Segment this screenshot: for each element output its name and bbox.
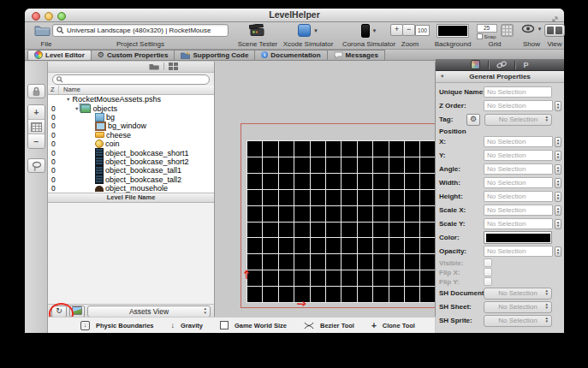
visible-checkbox[interactable] xyxy=(484,258,492,267)
scale-x-stepper[interactable]: ▲▼ xyxy=(555,205,561,216)
xcode-simulator-button[interactable]: ▼ xyxy=(280,24,336,37)
tree-row-objects[interactable]: 0▼objects xyxy=(48,104,214,112)
tree-row-cheese[interactable]: 0cheese xyxy=(48,131,214,139)
y-field[interactable]: No Selection xyxy=(484,150,553,161)
tab-supporting-code[interactable]: Supporting Code xyxy=(174,50,255,61)
unique-name-field[interactable]: No Selection xyxy=(484,86,552,98)
disclosure-triangle-icon[interactable]: ▼ xyxy=(440,71,444,82)
tag-popup[interactable]: No Selection▲▼ xyxy=(484,114,552,126)
down-arrow-icon: ↓ xyxy=(171,322,175,329)
level-canvas[interactable] xyxy=(215,62,436,317)
angle-stepper[interactable]: ▲▼ xyxy=(555,164,561,175)
search-field[interactable] xyxy=(52,74,210,85)
lock-button[interactable] xyxy=(27,84,45,98)
assets-view-popup[interactable]: Assets View ▲▼ xyxy=(87,306,211,317)
asset-name: object_bookcase_short1 xyxy=(105,149,189,157)
physic-boundaries-button[interactable]: ↓Physic Boundaries xyxy=(80,321,154,330)
x-stepper[interactable]: ▲▼ xyxy=(555,137,561,147)
bezier-tool-button[interactable]: Bezier Tool xyxy=(304,322,354,329)
tab-messages[interactable]: Messages xyxy=(327,50,385,61)
close-button[interactable] xyxy=(32,12,40,21)
tree-row-object_bookcase_short2[interactable]: 0object_bookcase_short2 xyxy=(48,157,214,166)
property-row-sh-document: SH Document:No Selection▲▼ xyxy=(439,288,561,299)
column-header-z[interactable]: Z xyxy=(48,86,59,94)
disclosure-triangle-icon[interactable]: ▼ xyxy=(66,97,70,102)
snap-checkbox[interactable] xyxy=(477,33,483,39)
background-color-well[interactable] xyxy=(437,24,469,38)
joint-icon[interactable] xyxy=(496,61,507,68)
width-stepper[interactable]: ▲▼ xyxy=(555,178,561,188)
remove-button[interactable]: − xyxy=(28,134,45,148)
grid-icon[interactable] xyxy=(501,24,514,37)
tree-row-object_bookcase_short1[interactable]: 0object_bookcase_short1 xyxy=(48,148,214,157)
tree-row-coin[interactable]: 0coin xyxy=(48,139,214,148)
search-input[interactable] xyxy=(65,75,205,83)
x-field[interactable]: No Selection xyxy=(484,136,553,147)
title-bar[interactable]: LevelHelper xyxy=(25,9,564,22)
tree-row-object_mousehole[interactable]: 0object_mousehole xyxy=(48,184,214,193)
show-button[interactable]: ▼ xyxy=(520,24,543,33)
width-field[interactable]: No Selection xyxy=(484,177,553,188)
tab-documentation[interactable]: iDocumentation xyxy=(254,50,327,61)
physics-flag-icon[interactable]: P xyxy=(523,61,528,69)
layout-button[interactable] xyxy=(28,120,45,134)
level-file-list[interactable] xyxy=(48,203,214,304)
flip-y-checkbox[interactable] xyxy=(484,277,492,286)
level-grid[interactable] xyxy=(246,140,436,303)
angle-field[interactable]: No Selection xyxy=(484,163,553,175)
lasso-button[interactable] xyxy=(27,158,45,173)
height-field[interactable]: No Selection xyxy=(484,191,553,202)
level-file-name-header: Level File Name xyxy=(48,193,214,203)
zoom-in-button[interactable]: + xyxy=(390,24,403,36)
tab-level-editor[interactable]: Level Editor xyxy=(27,50,92,61)
scale-x-field[interactable]: No Selection xyxy=(484,205,553,216)
folder-icon xyxy=(34,24,50,36)
scale-y-stepper[interactable]: ▲▼ xyxy=(555,219,561,229)
disclosure-triangle-icon[interactable]: ▼ xyxy=(74,106,79,111)
add-button[interactable]: + xyxy=(28,105,45,120)
column-header-name[interactable]: Name xyxy=(59,86,80,94)
view-segmented-control[interactable] xyxy=(544,24,565,37)
window-icon xyxy=(95,122,108,131)
tree-row-bg_window[interactable]: 0bg_window xyxy=(48,122,214,130)
minimize-button[interactable] xyxy=(45,12,53,21)
sh-sheet-popup[interactable]: No Selection▲▼ xyxy=(484,301,552,313)
height-stepper[interactable]: ▲▼ xyxy=(555,192,561,202)
opacity-stepper[interactable]: ▲▼ xyxy=(555,246,561,257)
tab-custom-properties[interactable]: ⚙Custom Properties xyxy=(91,50,175,61)
flip-x-checkbox[interactable] xyxy=(484,268,492,276)
z-order-stepper[interactable]: ▲▼ xyxy=(555,101,561,111)
bottom-toolbar: ↓Physic Boundaries↓GravityGame World Siz… xyxy=(48,317,435,333)
color-color-well[interactable] xyxy=(484,231,552,244)
traffic-lights xyxy=(32,12,66,21)
chevron-down-icon: ▼ xyxy=(372,28,377,33)
clone-tool-button[interactable]: +Clone Tool xyxy=(371,322,415,329)
z-order-cell: 0 xyxy=(48,166,59,175)
sprite-icon[interactable] xyxy=(471,60,480,69)
scene-tester-label: Scene Tester xyxy=(235,40,280,48)
scene-tester-button[interactable] xyxy=(235,24,280,37)
zoom-out-button[interactable]: − xyxy=(402,24,415,36)
tag-gear-button[interactable]: ⚙ xyxy=(466,114,480,126)
opacity-field[interactable]: No Selection xyxy=(484,246,553,257)
scale-y-field[interactable]: No Selection xyxy=(484,218,553,229)
gravity-button[interactable]: ↓Gravity xyxy=(171,322,203,329)
zoom-value[interactable]: 100 xyxy=(415,25,430,36)
tree-row-object_bookcase_tall2[interactable]: 0object_bookcase_tall2 xyxy=(48,175,214,184)
zoom-window-button[interactable] xyxy=(57,12,66,21)
folder-view-button[interactable] xyxy=(149,62,159,70)
sh-sprite-popup[interactable]: No Selection▲▼ xyxy=(484,315,552,327)
tree-row-RocketMouseAssets.pshs[interactable]: ▼RocketMouseAssets.pshs xyxy=(48,95,214,104)
bezier-icon xyxy=(304,322,314,329)
tree-row-object_bookcase_tall1[interactable]: 0object_bookcase_tall1 xyxy=(48,166,214,175)
z-order-field[interactable]: No Selection xyxy=(484,100,553,111)
tree-row-bg[interactable]: 0bg xyxy=(48,113,214,122)
divider xyxy=(163,62,164,70)
project-settings-field[interactable]: Universal Landscape (480x320) | RocketMo… xyxy=(52,24,229,37)
y-stepper[interactable]: ▲▼ xyxy=(555,151,561,161)
grid-size-field[interactable]: 25 xyxy=(477,24,497,33)
sh-document-popup[interactable]: No Selection▲▼ xyxy=(484,288,552,300)
project-settings-value: Universal Landscape (480x320) | RocketMo… xyxy=(67,27,211,34)
game-world-size-button[interactable]: Game World Size xyxy=(220,321,287,329)
columns-view-button[interactable] xyxy=(169,62,178,70)
